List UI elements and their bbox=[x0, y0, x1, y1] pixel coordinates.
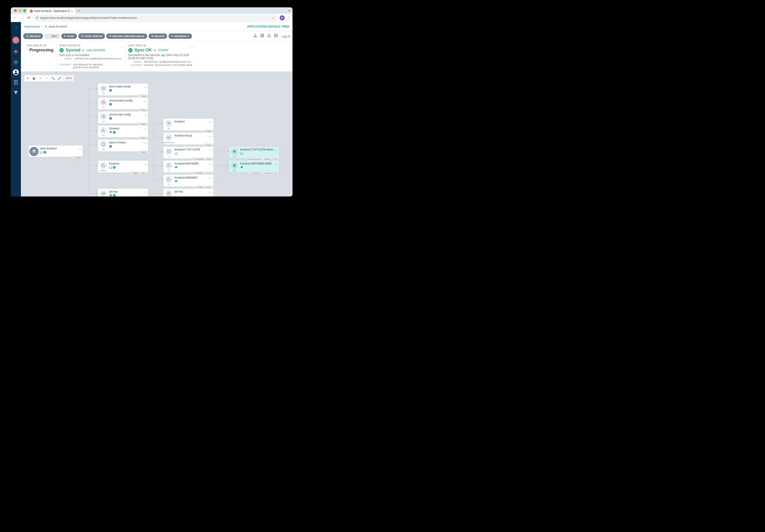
configmap-icon bbox=[100, 85, 107, 92]
view-grid-icon[interactable] bbox=[260, 34, 265, 39]
bookmark-icon[interactable]: ☆ bbox=[272, 16, 275, 20]
maximize-window[interactable] bbox=[23, 9, 26, 12]
sync-status-button[interactable]: ⓘSYNC STATUS bbox=[78, 33, 105, 39]
view-list-icon[interactable] bbox=[273, 34, 279, 39]
node-menu-icon[interactable]: ⋮ bbox=[209, 176, 212, 181]
sidebar-docs-icon[interactable] bbox=[13, 79, 19, 85]
argocd-logo-icon[interactable] bbox=[12, 37, 19, 44]
node-menu-icon[interactable]: ⋮ bbox=[209, 148, 212, 152]
node-menu-icon[interactable]: ⋮ bbox=[144, 162, 147, 166]
node-rs1[interactable]: rs frontend-77b77c575f ⋮ 12 minutesrev:4 bbox=[164, 147, 214, 159]
minimize-window[interactable] bbox=[19, 9, 21, 12]
delete-button[interactable]: ⊖DELETE bbox=[149, 34, 167, 39]
node-menu-icon[interactable]: ⋮ bbox=[144, 141, 147, 145]
node-menu-icon[interactable]: ⋮ bbox=[144, 127, 147, 131]
url-input[interactable]: ⚙ argocd.holos.localhost/applications/ar… bbox=[33, 15, 277, 21]
node-cm2[interactable]: cm environment-config ⋮ 3 days bbox=[98, 98, 148, 110]
breadcrumb-root[interactable]: Applications bbox=[24, 25, 40, 28]
zoom-in-icon[interactable]: ＋ bbox=[37, 75, 44, 82]
node-ep[interactable]: ep frontend ⋮ 3 days bbox=[164, 119, 214, 131]
externalsecret-icon: ES bbox=[100, 190, 107, 197]
arrow-icon bbox=[162, 151, 163, 152]
sync-rev-link[interactable]: main (978453f) bbox=[87, 49, 105, 52]
zoom-in-lens-icon[interactable]: 🔍 bbox=[50, 75, 57, 82]
zoom-out-icon[interactable]: － bbox=[44, 75, 50, 82]
node-root[interactable]: bank-frontend ⋮ 3 days bbox=[29, 146, 83, 157]
age-tag: 3 days bbox=[196, 186, 205, 189]
history-icon: ⟲ bbox=[109, 35, 111, 38]
tab-close-icon[interactable]: × bbox=[71, 9, 73, 13]
info-icon[interactable]: i bbox=[143, 44, 146, 47]
sidebar-back-icon[interactable]: → bbox=[13, 24, 19, 30]
health-icon bbox=[175, 180, 178, 183]
age-tag: 3 days bbox=[139, 123, 147, 126]
node-menu-icon[interactable]: ⋮ bbox=[78, 147, 81, 151]
align-icon[interactable]: ≡ bbox=[24, 75, 31, 82]
last-sync-rev-link[interactable]: 978453f bbox=[158, 49, 168, 52]
node-pod2[interactable]: pod frontend-94579b95f-b89lk ⋮ 11 minute… bbox=[229, 161, 279, 173]
node-menu-icon[interactable]: ⋮ bbox=[144, 85, 147, 89]
node-secret[interactable]: secret jwt-key ⋮ 3 days bbox=[164, 189, 214, 197]
node-sa[interactable]: sa bank-of-holos ⋮ 3 days bbox=[98, 140, 148, 152]
progressing-icon bbox=[175, 152, 178, 155]
details-button[interactable]: ⓘDETAILS bbox=[23, 33, 43, 39]
sync-button[interactable]: ↻SYNC bbox=[61, 34, 77, 39]
info-icon[interactable]: i bbox=[44, 44, 46, 47]
status-cards: APP HEALTHi Progressing ⋯ SYNC STATUSi S… bbox=[21, 41, 293, 72]
node-cm3[interactable]: cm service-api-config ⋮ 3 days bbox=[98, 112, 148, 124]
node-menu-icon[interactable]: ⋮ bbox=[209, 162, 212, 166]
synced-icon bbox=[43, 151, 46, 154]
node-externalsecret[interactable]: ESexternalsecret jwt-key ⋮ 3 days bbox=[98, 189, 148, 197]
browser-menu-icon[interactable]: ⋮ bbox=[287, 16, 291, 20]
node-menu-icon[interactable]: ⋮ bbox=[275, 162, 278, 166]
sidebar-user-icon[interactable] bbox=[13, 69, 19, 75]
info-icon[interactable]: i bbox=[78, 44, 80, 47]
history-button[interactable]: ⟲HISTORY AND ROLLBACK bbox=[106, 34, 147, 39]
zoom-out-lens-icon[interactable]: 🔎 bbox=[57, 75, 63, 82]
browser-tab[interactable]: bank-frontend - Application D × bbox=[27, 8, 75, 14]
card-menu-icon[interactable]: ⋯ bbox=[190, 45, 194, 49]
breadcrumb-current[interactable]: bank-frontend bbox=[45, 25, 67, 28]
node-menu-icon[interactable]: ⋮ bbox=[209, 134, 212, 138]
node-pod1[interactable]: pod frontend-77b77c575f-k6skv ⋮ a few se… bbox=[229, 147, 279, 159]
rev-tag: rev:4 bbox=[206, 158, 213, 161]
node-cm1[interactable]: cm demo-data-config ⋮ 3 days bbox=[98, 84, 148, 96]
nav-back-icon[interactable]: ← bbox=[13, 16, 17, 20]
node-name: environment-config bbox=[109, 99, 144, 102]
nav-reload-icon[interactable]: ⟳ bbox=[26, 16, 31, 20]
diff-button[interactable]: 📄DIFF bbox=[44, 34, 60, 39]
node-rs3[interactable]: rs frontend-b6b98dfc7 ⋮ 3 daysrev:1 bbox=[164, 175, 214, 187]
login-link[interactable]: Log in bbox=[282, 34, 290, 38]
sidebar-settings-icon[interactable] bbox=[13, 59, 19, 65]
tree-canvas[interactable]: ≡ ▣ ＋ － 🔍 🔎 100% bank-frontend ⋮ bbox=[21, 72, 293, 197]
sidebar-apps-icon[interactable] bbox=[13, 49, 19, 55]
node-menu-icon[interactable]: ⋮ bbox=[144, 190, 147, 195]
sidebar-filter-icon[interactable] bbox=[13, 90, 19, 96]
view-network-icon[interactable] bbox=[266, 34, 272, 39]
node-rs2[interactable]: rs frontend-94579b95f ⋮ 11 minutesrev:3 bbox=[164, 161, 214, 173]
last-sync-title: LAST SYNC bbox=[128, 44, 142, 47]
node-menu-icon[interactable]: ⋮ bbox=[275, 148, 278, 152]
new-tab-button[interactable]: + bbox=[78, 8, 80, 13]
app-details-tree-link[interactable]: APPLICATION DETAILS TREE bbox=[247, 25, 289, 28]
refresh-button[interactable]: ↻REFRESH▾ bbox=[169, 34, 192, 39]
fit-icon[interactable]: ▣ bbox=[31, 75, 37, 82]
card-menu-icon[interactable]: ⋯ bbox=[119, 45, 123, 49]
view-tree-icon[interactable] bbox=[253, 34, 258, 39]
nav-forward-icon[interactable]: → bbox=[20, 16, 24, 20]
site-settings-icon[interactable]: ⚙ bbox=[36, 16, 38, 19]
zoom-value[interactable]: 100% bbox=[63, 76, 74, 81]
node-svc[interactable]: svc frontend ⋮ 3 days bbox=[98, 126, 148, 138]
close-window[interactable] bbox=[14, 9, 17, 12]
canvas-toolbar: ≡ ▣ ＋ － 🔍 🔎 100% bbox=[24, 75, 74, 82]
app-icon bbox=[29, 147, 39, 156]
profile-avatar[interactable]: D bbox=[280, 15, 285, 20]
tabs-dropdown-icon[interactable]: ▾ bbox=[289, 9, 290, 12]
node-menu-icon[interactable]: ⋮ bbox=[209, 120, 212, 124]
node-menu-icon[interactable]: ⋮ bbox=[209, 190, 212, 195]
age-tag: 11 minutes bbox=[192, 172, 205, 175]
node-menu-icon[interactable]: ⋮ bbox=[144, 99, 147, 103]
node-endpointslice[interactable]: ESendpointslice frontend-9zvjd ⋮ 3 days bbox=[164, 133, 214, 145]
node-menu-icon[interactable]: ⋮ bbox=[144, 113, 147, 117]
node-deploy[interactable]: deploy frontend ⋮ 3 daysrev:4 bbox=[98, 161, 148, 173]
